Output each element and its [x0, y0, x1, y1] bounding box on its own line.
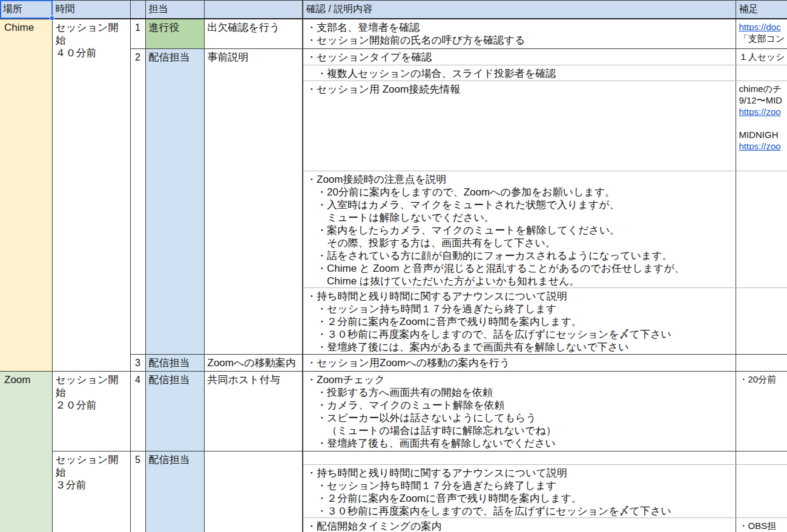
- row-5a: セッション開始 ３分前 5 配信担当: [0, 452, 787, 465]
- cell-note-5a-empty[interactable]: [736, 452, 787, 465]
- cell-note-2b-empty[interactable]: [736, 65, 787, 81]
- cell-time-40min[interactable]: セッション開始 ４０分前: [52, 19, 130, 372]
- cell-content-2a[interactable]: ・セッションタイプを確認: [303, 49, 736, 65]
- cell-content-1[interactable]: ・支部名、登壇者を確認 ・セッション開始前の氏名の呼び方を確認する: [303, 19, 736, 49]
- cell-role-stream-4[interactable]: 配信担当: [145, 372, 204, 452]
- cell-note-4[interactable]: ・20分前: [736, 372, 787, 452]
- cell-content-5c[interactable]: ・配信開始タイミングの案内: [303, 518, 736, 532]
- header-place[interactable]: 場所: [0, 1, 52, 19]
- zoom-link-1[interactable]: https://zoo: [739, 107, 781, 117]
- cell-task-move-to-zoom[interactable]: Zoomへの移動案内: [204, 355, 303, 372]
- row-4: Zoom セッション開始 ２０分前 4 配信担当 共同ホスト付与 ・Zoomチェ…: [0, 372, 787, 452]
- cell-place-chime[interactable]: Chime: [0, 19, 52, 372]
- header-time[interactable]: 時間: [52, 1, 130, 19]
- cell-task-5-empty[interactable]: [204, 452, 303, 532]
- note-text: 「支部コン: [739, 33, 785, 44]
- header-number[interactable]: [130, 1, 145, 19]
- cell-number-1[interactable]: 1: [130, 19, 145, 49]
- header-role[interactable]: 担当: [145, 1, 204, 19]
- cell-number-5[interactable]: 5: [130, 452, 145, 532]
- cell-task-attendance[interactable]: 出欠確認を行う: [204, 19, 303, 49]
- header-note[interactable]: 補足: [736, 1, 787, 19]
- cell-content-5b[interactable]: ・持ち時間と残り時間に関するアナウンスについて説明 ・セッション持ち時間１７分を…: [303, 465, 736, 518]
- cell-content-2b[interactable]: ・複数人セッションの場合、スライド投影者を確認: [303, 65, 736, 81]
- cell-number-3[interactable]: 3: [130, 355, 145, 372]
- cell-place-zoom[interactable]: Zoom: [0, 372, 52, 532]
- cell-role-stream-2[interactable]: 配信担当: [145, 49, 204, 355]
- note-text: chimeのチ: [739, 84, 782, 94]
- note-text: MIDNIGH: [739, 130, 779, 140]
- cell-role-stream-3[interactable]: 配信担当: [145, 355, 204, 372]
- cell-note-2c[interactable]: chimeのチ9/12〜MIDhttps://zooMIDNIGHhttps:/…: [736, 81, 787, 171]
- cell-time-20min[interactable]: セッション開始 ２０分前: [52, 372, 130, 452]
- runsheet-table: 場所 時間 担当 確認 / 説明内容 補足 Chime セッション開始 ４０分前…: [0, 0, 787, 532]
- cell-number-2[interactable]: 2: [130, 49, 145, 355]
- spreadsheet-viewport: 場所 時間 担当 確認 / 説明内容 補足 Chime セッション開始 ４０分前…: [0, 0, 787, 532]
- cell-note-2d-empty[interactable]: [736, 171, 787, 288]
- cell-note-1[interactable]: https://doc「支部コン: [736, 19, 787, 49]
- cell-content-2e[interactable]: ・持ち時間と残り時間に関するアナウンスについて説明 ・セッション持ち時間１７分を…: [303, 288, 736, 355]
- zoom-link-2[interactable]: https://zoo: [739, 141, 781, 151]
- header-row: 場所 時間 担当 確認 / 説明内容 補足: [0, 1, 787, 19]
- cell-note-2a[interactable]: １人セッシ: [736, 49, 787, 65]
- note-text: 9/12〜MID: [739, 95, 783, 105]
- cell-task-briefing[interactable]: 事前説明: [204, 49, 303, 355]
- cell-role-stream-5[interactable]: 配信担当: [145, 452, 204, 532]
- docs-link[interactable]: https://doc: [739, 22, 781, 32]
- cell-content-2c[interactable]: ・セッション用 Zoom接続先情報: [303, 81, 736, 171]
- cell-content-4[interactable]: ・Zoomチェック ・投影する方へ画面共有の開始を依頼 ・カメラ、マイクのミュー…: [303, 372, 736, 452]
- cell-task-cohost[interactable]: 共同ホスト付与: [204, 372, 303, 452]
- cell-content-5a-empty[interactable]: [303, 452, 736, 465]
- header-task[interactable]: [204, 1, 303, 19]
- cell-note-5c[interactable]: ・OBS担: [736, 518, 787, 532]
- cell-number-4[interactable]: 4: [130, 372, 145, 452]
- cell-content-2d[interactable]: ・Zoom接続時の注意点を説明 ・20分前に案内をしますので、Zoomへの参加を…: [303, 171, 736, 288]
- cell-time-3min[interactable]: セッション開始 ３分前: [52, 452, 130, 532]
- row-1: Chime セッション開始 ４０分前 1 進行役 出欠確認を行う ・支部名、登壇…: [0, 19, 787, 49]
- header-content[interactable]: 確認 / 説明内容: [303, 1, 736, 19]
- cell-note-2e-empty[interactable]: [736, 288, 787, 355]
- cell-content-3[interactable]: ・セッション用Zoomへの移動の案内を行う: [303, 355, 736, 372]
- selection-handle[interactable]: [50, 16, 54, 21]
- cell-role-lead[interactable]: 進行役: [145, 19, 204, 49]
- cell-note-5b-empty[interactable]: [736, 465, 787, 518]
- cell-note-3-empty[interactable]: [736, 355, 787, 372]
